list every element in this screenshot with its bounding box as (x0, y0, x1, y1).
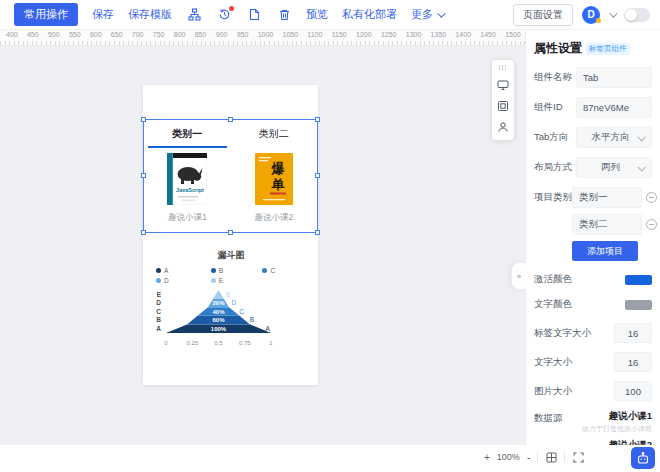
private-deploy-button[interactable]: 私有化部署 (342, 7, 397, 22)
ruler-tick-label: 1200 (356, 31, 372, 38)
font-size-input[interactable]: 16 (614, 352, 652, 372)
component-name-label: 组件名称 (534, 71, 572, 84)
datasource-label: 数据源 (534, 412, 563, 425)
selection-handle[interactable] (141, 117, 146, 122)
preview-button[interactable]: 预览 (306, 7, 328, 22)
save-button[interactable]: 保存 (92, 7, 114, 22)
legend-dot-icon (211, 278, 216, 283)
book1-caption: 趣说小课1 (144, 212, 231, 224)
drag-handle-icon[interactable] (499, 65, 508, 71)
funnel-y-axis-label: C (156, 308, 161, 315)
legend-dot-icon (156, 268, 161, 273)
panel-title: 属性设置 (534, 40, 582, 57)
properties-panel: 属性设置 标签页组件 组件名称 Tab 组件ID 87neV6Me Tab方向 … (525, 30, 660, 445)
toolbar-left-group: 常用操作 保存 保存模版 (14, 3, 443, 26)
active-color-swatch[interactable] (625, 275, 652, 285)
active-color-label: 激活颜色 (534, 273, 572, 286)
frame-icon[interactable] (496, 99, 510, 113)
layout-mode-select[interactable]: 两列 (576, 157, 652, 178)
more-menu-button[interactable]: 更多 (411, 7, 443, 22)
panel-collapse-button[interactable]: » (511, 262, 526, 290)
category-2-input[interactable]: 类别二 (572, 214, 642, 235)
remove-category-icon[interactable] (646, 219, 657, 230)
artboard[interactable]: 类别一 类别二 JavaS (143, 85, 318, 385)
funnel-chart-component[interactable]: 漏斗图 ABCDE 100%AA60%BB40%CC20%DDEE00.250.… (148, 249, 314, 357)
component-id-input[interactable]: 87neV6Me (576, 97, 652, 118)
ruler-tick-label: 1050 (282, 31, 298, 38)
tab-direction-select[interactable]: 水平方向 (576, 127, 652, 148)
text-color-swatch[interactable] (625, 300, 652, 310)
image-size-input[interactable]: 100 (614, 381, 652, 401)
tab-category-2[interactable]: 类别二 (231, 120, 318, 148)
book2-char1: 爆 (270, 161, 285, 176)
ruler-tick-label: 1000 (258, 31, 274, 38)
tab-direction-label: Tab方向 (534, 131, 568, 144)
funnel-x-axis-tick: 0.25 (186, 340, 198, 346)
history-icon[interactable] (216, 7, 232, 23)
legend-item: B (211, 267, 263, 274)
layout-mode-value: 两列 (583, 161, 638, 174)
selection-handle[interactable] (141, 173, 146, 178)
remove-category-icon[interactable] (646, 192, 657, 203)
selection-handle[interactable] (228, 117, 233, 122)
zoom-out-button[interactable]: - (527, 452, 530, 463)
monitor-icon[interactable] (496, 78, 510, 92)
account-chevron-down-icon[interactable] (609, 9, 617, 17)
canvas[interactable]: 类别一 类别二 JavaS (0, 46, 525, 445)
selection-handle[interactable] (228, 230, 233, 235)
zoom-in-button[interactable]: + (484, 452, 490, 463)
book-cover-javascript[interactable]: JavaScript (144, 153, 231, 205)
ruler-tick-label: 1450 (480, 31, 496, 38)
chevron-down-icon (637, 133, 645, 141)
fullscreen-icon[interactable] (572, 451, 584, 463)
funnel-svg: 100%AA60%BB40%CC20%DDEE00.250.50.751 (148, 287, 314, 353)
divider (537, 452, 538, 462)
save-template-button[interactable]: 保存模版 (128, 7, 172, 22)
datasource-item[interactable]: 趣说小课1 致力于打造优质小课程 (582, 410, 652, 434)
assistant-robot-button[interactable] (631, 447, 655, 469)
funnel-y-axis-label: D (156, 299, 161, 306)
grid-icon[interactable] (545, 451, 557, 463)
component-name-input[interactable]: Tab (576, 67, 652, 88)
tab-font-size-label: 标签文字大小 (534, 327, 591, 340)
app-root: 常用操作 保存 保存模版 (0, 0, 660, 472)
funnel-segment-label: A (266, 325, 271, 332)
funnel-segment-value: 40% (212, 309, 225, 315)
image-size-label: 图片大小 (534, 385, 572, 398)
selection-handle[interactable] (141, 230, 146, 235)
book2-char2: 单 (270, 177, 284, 192)
tab-font-size-input[interactable]: 16 (614, 323, 652, 343)
ruler-tick-label: 1400 (455, 31, 471, 38)
tab-category-1[interactable]: 类别一 (144, 120, 231, 148)
funnel-segment-label: C (239, 308, 244, 315)
sitemap-icon[interactable] (186, 7, 202, 23)
component-id-label: 组件ID (534, 101, 563, 114)
mode-toggle[interactable] (624, 8, 650, 22)
file-icon[interactable] (246, 7, 262, 23)
ruler-tick-label: 850 (195, 31, 207, 38)
trash-icon[interactable] (276, 7, 292, 23)
category-1-input[interactable]: 类别一 (572, 187, 642, 208)
selection-handle[interactable] (315, 117, 320, 122)
ruler-tick-label: 600 (90, 31, 102, 38)
tab-component[interactable]: 类别一 类别二 JavaS (143, 119, 318, 233)
common-actions-button[interactable]: 常用操作 (14, 3, 78, 26)
legend-item: C (262, 267, 308, 274)
avatar[interactable]: D (582, 6, 600, 24)
selection-handle[interactable] (315, 173, 320, 178)
selection-handle[interactable] (315, 230, 320, 235)
ruler-tick-label: 1350 (431, 31, 447, 38)
page-settings-button[interactable]: 页面设置 (513, 4, 573, 26)
datasource-item[interactable]: 趣说小课2 致力于打造优质小课程 (582, 439, 652, 445)
toolbar-right-group: 页面设置 D (513, 4, 650, 26)
user-icon[interactable] (496, 120, 510, 134)
item-category-label: 项目类别 (534, 191, 572, 204)
funnel-segment-value: 20% (212, 300, 225, 306)
funnel-y-axis-label: E (157, 291, 162, 298)
ruler-tick-label: 1250 (381, 31, 397, 38)
legend-dot-icon (156, 278, 161, 283)
zoom-level: 100% (497, 452, 520, 462)
funnel-chart-title: 漏斗图 (148, 249, 314, 262)
add-item-button[interactable]: 添加项目 (572, 241, 638, 261)
book-cover-baodan[interactable]: 爆 单 (231, 153, 318, 205)
